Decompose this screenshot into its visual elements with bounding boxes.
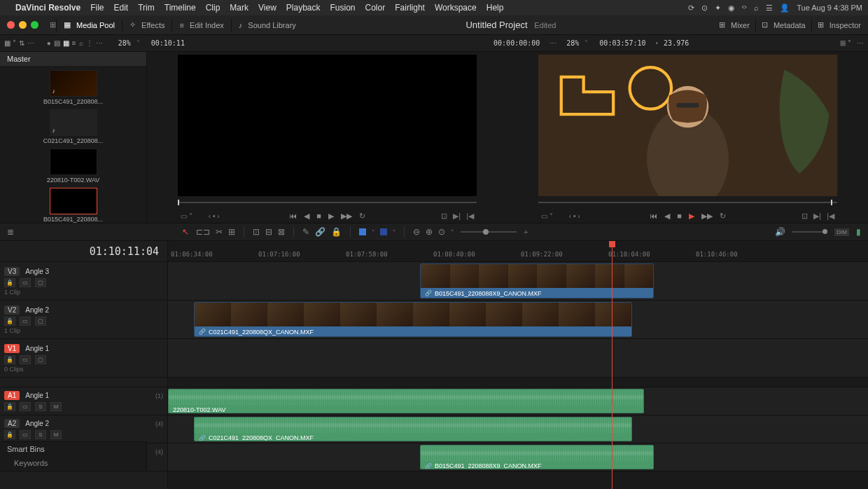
trim-tool[interactable]: ⊏⊐ bbox=[196, 227, 210, 237]
close-window-button[interactable] bbox=[7, 21, 15, 29]
track-a1[interactable]: 220810-T002.WAV bbox=[168, 387, 868, 415]
sort-icon[interactable]: ⇅ bbox=[19, 39, 24, 47]
menu-fairlight[interactable]: Fairlight bbox=[395, 3, 425, 13]
timeline-view-icon[interactable]: ≣ bbox=[7, 227, 14, 237]
volume-slider[interactable] bbox=[792, 231, 827, 233]
camera-icon[interactable]: ◉ bbox=[728, 4, 735, 13]
src-prev-button[interactable]: ◀ bbox=[304, 212, 309, 221]
flag-navy[interactable] bbox=[380, 228, 387, 235]
program-screen[interactable] bbox=[538, 55, 837, 196]
link-tool[interactable]: 🔗 bbox=[315, 227, 326, 237]
more-icon[interactable]: ⋯ bbox=[96, 39, 103, 47]
bin-item-0[interactable]: ♪B015C491_220808... bbox=[4, 70, 142, 105]
bin-view-icon[interactable]: ▦ ˅ bbox=[4, 39, 16, 47]
master-bin[interactable]: Master bbox=[0, 52, 146, 66]
track-tag[interactable]: V2 bbox=[4, 305, 20, 315]
viewer-layout-icon[interactable]: ⊞ ˅ bbox=[840, 39, 851, 47]
auto-select-button[interactable]: ▭ bbox=[20, 402, 31, 411]
thumb-view-icon[interactable]: ▦ bbox=[63, 39, 69, 47]
solo-button[interactable]: S bbox=[35, 402, 46, 411]
strip-view-icon[interactable]: ≡ bbox=[72, 39, 76, 47]
prg-zoom[interactable]: 28% bbox=[566, 39, 579, 47]
track-head-v2[interactable]: V2Angle 2 🔒 ▭ ▢ 1 Clip bbox=[0, 301, 167, 339]
clip-a2[interactable]: 🔗C021C491_220808QX_CANON.MXF bbox=[194, 417, 632, 441]
prg-stop-button[interactable]: ■ bbox=[677, 212, 682, 220]
track-a2[interactable]: 🔗C021C491_220808QX_CANON.MXF bbox=[168, 415, 868, 443]
menu-color[interactable]: Color bbox=[365, 3, 386, 13]
track-head-a1[interactable]: A1Angle 1(1) 🔒 ▭ S M bbox=[0, 387, 167, 415]
source-scrubber[interactable] bbox=[178, 200, 477, 205]
mediapool-tab[interactable]: ▦ Media Pool bbox=[57, 20, 122, 29]
search-bin-icon[interactable]: ⌕ bbox=[79, 39, 83, 47]
marker-tool[interactable]: ✎ bbox=[302, 227, 309, 237]
src-play-button[interactable]: ▶ bbox=[328, 212, 334, 221]
enable-button[interactable]: ▢ bbox=[35, 278, 46, 287]
menu-mark[interactable]: Mark bbox=[230, 3, 248, 13]
zoom-out-icon[interactable]: ⊖ bbox=[413, 227, 420, 237]
track-head-a2[interactable]: A2Angle 2(4) 🔒 ▭ S M bbox=[0, 415, 167, 443]
inspector-tab[interactable]: Inspector bbox=[830, 21, 861, 29]
menu-help[interactable]: Help bbox=[486, 3, 504, 13]
track-tag[interactable]: A2 bbox=[4, 419, 20, 428]
record-icon[interactable]: ● bbox=[47, 39, 51, 47]
ripple-tool[interactable]: ⊟ bbox=[265, 227, 272, 237]
auto-select-button[interactable]: ▭ bbox=[20, 430, 31, 439]
track-a3[interactable]: 🔗B015C491_2208088X9_CANON.MXF bbox=[168, 443, 868, 471]
zoom-in-icon[interactable]: ⊕ bbox=[426, 227, 433, 237]
src-markout-icon[interactable]: |◀ bbox=[466, 212, 474, 221]
append-tool[interactable]: ⊡ bbox=[253, 227, 260, 237]
status-icon-2[interactable]: ⊙ bbox=[701, 4, 708, 13]
prg-first-button[interactable]: ⏮ bbox=[650, 212, 657, 220]
source-playhead[interactable] bbox=[178, 200, 179, 205]
menu-fusion[interactable]: Fusion bbox=[330, 3, 356, 13]
program-playhead[interactable] bbox=[831, 200, 832, 205]
track-v3[interactable]: 🔗B015C491_2208088X9_CANON.MXF bbox=[168, 262, 868, 301]
src-first-button[interactable]: ⏮ bbox=[289, 212, 297, 220]
prg-markin-icon[interactable]: ▶| bbox=[813, 212, 821, 221]
track-v2[interactable]: 🔗C021C491_220808QX_CANON.MXF bbox=[168, 301, 868, 339]
clock[interactable]: Tue Aug 9 4:38 PM bbox=[797, 4, 862, 12]
src-stop-button[interactable]: ■ bbox=[316, 212, 321, 220]
prg-markout-icon[interactable]: |◀ bbox=[827, 212, 834, 221]
src-markin-icon[interactable]: ▶| bbox=[453, 212, 461, 221]
wifi-icon[interactable]: ⌔ bbox=[742, 4, 747, 12]
src-mode-icon[interactable]: ▭ ˅ bbox=[181, 212, 192, 220]
prg-prev-button[interactable]: ◀ bbox=[664, 212, 670, 221]
dim-icon[interactable]: DIM bbox=[834, 228, 849, 236]
program-scrubber[interactable] bbox=[538, 200, 837, 205]
track-v1[interactable] bbox=[168, 339, 868, 378]
soundlib-tab[interactable]: ♪ Sound Library bbox=[232, 21, 303, 29]
menu-edit[interactable]: Edit bbox=[114, 3, 129, 13]
smartbins-header[interactable]: Smart Bins bbox=[0, 442, 146, 456]
menu-view[interactable]: View bbox=[258, 3, 276, 13]
volume-icon[interactable]: 🔊 bbox=[775, 227, 785, 237]
blade-tool[interactable]: ✂ bbox=[216, 227, 223, 237]
search-icon[interactable]: ⌕ bbox=[754, 4, 759, 12]
mixer-tab[interactable]: Mixer bbox=[731, 21, 750, 29]
menu-playback[interactable]: Playback bbox=[286, 3, 321, 13]
maximize-window-button[interactable] bbox=[31, 21, 38, 29]
lock-button[interactable]: 🔒 bbox=[4, 278, 15, 287]
status-icon-3[interactable]: ✦ bbox=[715, 4, 721, 13]
timeline-ruler[interactable]: 01:06:34:0001:07:16:0001:07:58:0001:08:4… bbox=[168, 241, 868, 262]
flag-blue[interactable] bbox=[359, 228, 366, 235]
prg-nav[interactable]: ‹ • › bbox=[569, 212, 580, 220]
auto-select-button[interactable]: ▭ bbox=[20, 278, 31, 287]
bin-item-1[interactable]: ♪C021C491_220808... bbox=[4, 109, 142, 144]
menu-workspace[interactable]: Workspace bbox=[435, 3, 477, 13]
clip-a3[interactable]: 🔗B015C491_2208088X9_CANON.MXF bbox=[420, 445, 654, 469]
enable-button[interactable]: ▢ bbox=[35, 317, 46, 326]
clip-v3[interactable]: 🔗B015C491_2208088X9_CANON.MXF bbox=[420, 263, 654, 298]
auto-select-button[interactable]: ▭ bbox=[20, 317, 31, 326]
menu-file[interactable]: File bbox=[90, 3, 104, 13]
menu-icon[interactable]: ⋯ bbox=[27, 39, 34, 47]
source-screen[interactable] bbox=[178, 55, 477, 196]
tracks-area[interactable]: 01:06:34:0001:07:16:0001:07:58:0001:08:4… bbox=[168, 241, 868, 489]
editindex-tab[interactable]: ≡ Edit Index bbox=[172, 21, 230, 29]
track-tag[interactable]: V1 bbox=[4, 344, 20, 353]
effects-tab[interactable]: ✧ Effects bbox=[122, 20, 172, 29]
src-zoom[interactable]: 28% bbox=[118, 39, 131, 47]
filter-icon[interactable]: ⋮ bbox=[86, 39, 93, 47]
lock-button[interactable]: 🔒 bbox=[4, 430, 15, 439]
overwrite-tool[interactable]: ⊠ bbox=[278, 227, 285, 237]
